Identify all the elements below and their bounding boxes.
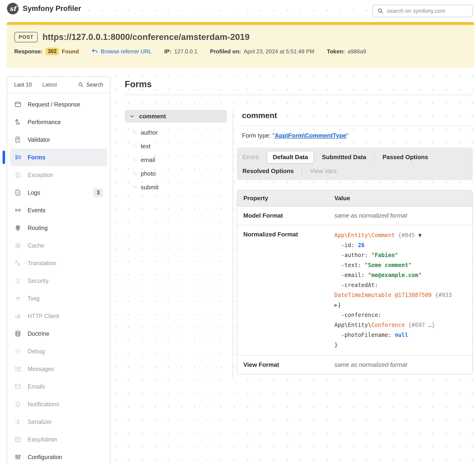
translation-icon bbox=[14, 259, 22, 267]
sidebar-item-events[interactable]: Events bbox=[10, 201, 107, 219]
dump-token: Conference bbox=[371, 322, 405, 328]
sidebar-item-validator[interactable]: Validator bbox=[10, 131, 107, 148]
status-text: Found bbox=[62, 48, 79, 55]
search-input[interactable] bbox=[387, 8, 468, 14]
data-tab-bar: Errors Default Data Submitted Data Passe… bbox=[237, 147, 473, 180]
tab-default-data[interactable]: Default Data bbox=[267, 151, 314, 164]
token-label: Token: bbox=[327, 48, 345, 55]
subform-arrow-icon bbox=[134, 157, 137, 161]
sliders-icon bbox=[14, 453, 22, 461]
chevron-down-icon bbox=[129, 114, 135, 119]
sidebar-item-configuration[interactable]: Configuration bbox=[10, 448, 107, 464]
signpost-icon bbox=[14, 224, 22, 232]
profiled-on-label: Profiled on: bbox=[210, 48, 241, 55]
default-data-table: Property Value Model Format same as norm… bbox=[237, 190, 473, 375]
sidebar-item-notifications: Notifications bbox=[10, 395, 107, 413]
subform-arrow-icon bbox=[134, 144, 137, 147]
dump-token: -conference: bbox=[334, 312, 381, 318]
ip-label: IP: bbox=[164, 48, 171, 55]
browse-referrer-link[interactable]: Browse referrer URL bbox=[91, 48, 152, 55]
column-property: Property bbox=[237, 191, 334, 206]
normalized-format-dump[interactable]: App\Entity\Comment {#845 ▼ -id: 26 -auth… bbox=[334, 230, 472, 350]
sidebar-item-twig: Twig bbox=[10, 290, 107, 307]
tree-node-comment[interactable]: comment bbox=[125, 110, 227, 123]
sidebar-item-easyadmin: EasyAdmin bbox=[10, 431, 107, 448]
layers-icon bbox=[14, 242, 22, 249]
tab-view-vars: View Vars bbox=[309, 166, 337, 176]
tab-last-10[interactable]: Last 10 bbox=[14, 82, 31, 88]
logs-count-badge: 3 bbox=[93, 188, 103, 197]
request-url: https://127.0.0.1:8000/conference/amster… bbox=[42, 32, 250, 42]
dump-toggle-icon[interactable]: ▼ bbox=[418, 232, 421, 239]
sidebar-item-logs[interactable]: Logs 3 bbox=[10, 184, 107, 201]
sidebar-item-messages: Messages bbox=[10, 360, 107, 378]
envelope-icon bbox=[14, 383, 22, 390]
sidebar-item-forms[interactable]: Forms bbox=[10, 148, 107, 166]
sidebar-tabs: Last 10 Latest Search bbox=[7, 77, 110, 93]
tree-node-email[interactable]: email bbox=[134, 153, 227, 167]
form-type-link[interactable]: App\Form\CommentType bbox=[275, 132, 347, 139]
sidebar-item-request-response[interactable]: Request / Response bbox=[10, 96, 107, 113]
dump-token bbox=[432, 292, 435, 298]
tree-node-submit[interactable]: submit bbox=[134, 181, 227, 194]
crosshair-icon bbox=[14, 348, 22, 355]
dump-token: App\Entity\ bbox=[334, 322, 371, 328]
column-value: Value bbox=[334, 191, 472, 206]
profiler-sidebar: Last 10 Latest Search Request / Response… bbox=[7, 76, 110, 464]
dump-token bbox=[405, 322, 408, 328]
tab-latest[interactable]: Latest bbox=[42, 82, 57, 88]
tab-resolved-options[interactable]: Resolved Options bbox=[241, 166, 295, 176]
tree-node-text[interactable]: text bbox=[134, 139, 227, 153]
tab-passed-options[interactable]: Passed Options bbox=[381, 152, 429, 163]
sidebar-item-debug: Debug bbox=[10, 342, 107, 360]
dump-token: DateTimeImmutable @1713887509 bbox=[334, 292, 432, 298]
sidebar-item-serializer: Serializer bbox=[10, 413, 107, 431]
token-value: a986a9 bbox=[347, 48, 366, 55]
title-divider bbox=[125, 95, 473, 95]
forms-icon bbox=[14, 154, 22, 161]
dump-toggle-icon[interactable]: ▶ bbox=[334, 302, 337, 308]
tab-search[interactable]: Search bbox=[78, 82, 103, 88]
status-code-badge: 302 bbox=[46, 48, 59, 55]
profiled-on-value: April 23, 2024 at 5:51:49 PM bbox=[244, 48, 314, 55]
return-arrow-icon bbox=[91, 48, 98, 55]
dump-token: Some comment bbox=[368, 262, 408, 268]
sidebar-item-emails: Emails bbox=[10, 378, 107, 395]
tab-submitted-data[interactable]: Submitted Data bbox=[321, 152, 367, 163]
arrows-icon bbox=[14, 418, 22, 425]
dump-token: -text: " bbox=[334, 262, 368, 268]
sidebar-item-doctrine[interactable]: Doctrine bbox=[10, 325, 107, 342]
selected-form-title: comment bbox=[237, 111, 473, 120]
sidebar-item-cache: Cache bbox=[10, 237, 107, 254]
response-label: Response: bbox=[14, 48, 43, 55]
tree-node-author[interactable]: author bbox=[134, 126, 227, 139]
dump-token: -photoFilename: bbox=[334, 332, 395, 338]
tree-panel-divider bbox=[233, 110, 233, 379]
dump-token: null bbox=[395, 332, 408, 338]
dump-token: 26 bbox=[358, 242, 365, 249]
leaf-icon bbox=[14, 295, 22, 302]
sidebar-item-http-client: HTTP Client bbox=[10, 307, 107, 325]
dump-token: {#933 bbox=[435, 292, 452, 298]
subform-arrow-icon bbox=[134, 171, 137, 174]
grid-icon bbox=[14, 436, 22, 443]
dump-token: -email: " bbox=[334, 272, 371, 278]
database-icon bbox=[14, 330, 22, 337]
tab-separator bbox=[302, 167, 302, 175]
dump-token: " bbox=[408, 262, 411, 268]
sidebar-item-routing[interactable]: Routing bbox=[10, 219, 107, 237]
dump-token: } bbox=[337, 302, 341, 308]
site-search-box[interactable] bbox=[372, 5, 473, 17]
tab-errors: Errors bbox=[241, 152, 260, 163]
request-summary-banner: POST https://127.0.0.1:8000/conference/a… bbox=[7, 22, 474, 68]
tree-node-photo[interactable]: photo bbox=[134, 167, 227, 181]
ip-value: 127.0.0.1 bbox=[174, 48, 197, 55]
window-icon bbox=[14, 101, 22, 108]
dump-token: {#845 bbox=[398, 232, 418, 239]
table-row-model-format: Model Format same as normalized format bbox=[237, 206, 472, 225]
page-title: Forms bbox=[125, 79, 152, 89]
http-method-badge: POST bbox=[14, 32, 38, 42]
symfony-logo-icon: sf bbox=[7, 3, 19, 14]
table-row-normalized-format: Normalized Format App\Entity\Comment {#8… bbox=[237, 225, 472, 356]
sidebar-item-performance[interactable]: Performance bbox=[10, 113, 107, 131]
